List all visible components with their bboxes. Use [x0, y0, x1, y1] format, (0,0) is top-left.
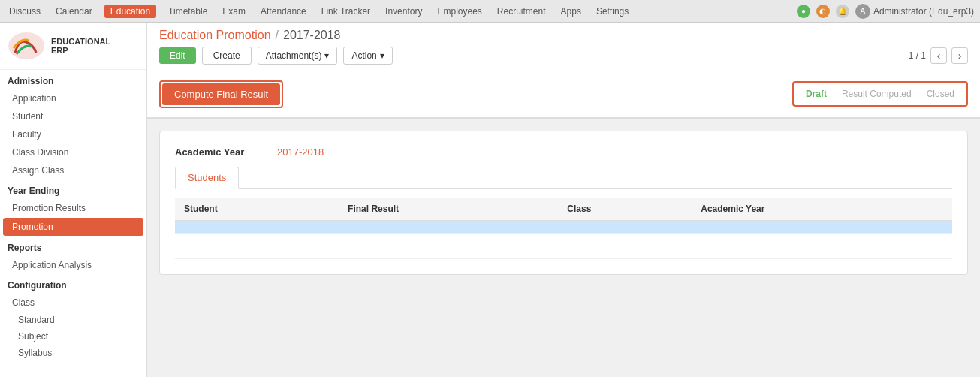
academic-year-label: Academic Year — [175, 146, 265, 158]
nav-attendance[interactable]: Attendance — [258, 6, 309, 17]
sidebar-item-student[interactable]: Student — [0, 107, 146, 125]
action-button[interactable]: Action ▾ — [343, 47, 392, 65]
cell-student — [175, 246, 339, 259]
main-content: Education Promotion / 2017-2018 Edit Cre… — [147, 23, 980, 377]
logo-icon — [8, 32, 45, 60]
compute-final-result-button[interactable]: Compute Final Result — [162, 83, 280, 105]
nav-linktracker[interactable]: Link Tracker — [318, 6, 373, 17]
main-header-wrapper: Education Promotion / 2017-2018 Edit Cre… — [147, 23, 980, 119]
admin-avatar: A — [855, 4, 870, 19]
cell-final-result — [339, 234, 558, 246]
status-result-computed[interactable]: Result Computed — [842, 89, 912, 99]
logo-text: EDUCATIONAL ERP — [51, 37, 110, 55]
create-button[interactable]: Create — [202, 47, 252, 65]
nav-apps[interactable]: Apps — [558, 6, 584, 17]
nav-recruitment[interactable]: Recruitment — [494, 6, 549, 17]
nav-education[interactable]: Education — [104, 5, 156, 18]
sidebar-item-class[interactable]: Class — [0, 294, 146, 312]
section-configuration: Configuration — [0, 274, 146, 294]
top-navigation: Discuss Calendar Education Timetable Exa… — [0, 0, 980, 23]
sidebar-item-syllabus[interactable]: Syllabus — [0, 345, 146, 361]
sidebar-logo: EDUCATIONAL ERP — [0, 23, 146, 70]
cell-academic-year — [692, 234, 952, 246]
sidebar-item-subject[interactable]: Subject — [0, 328, 146, 345]
sidebar-item-promotion-results[interactable]: Promotion Results — [0, 199, 146, 217]
breadcrumb-current: 2017-2018 — [283, 29, 341, 42]
nav-timetable[interactable]: Timetable — [165, 6, 210, 17]
cell-final-result — [339, 221, 558, 234]
sidebar-item-standard[interactable]: Standard — [0, 312, 146, 328]
main-header: Education Promotion / 2017-2018 Edit Cre… — [147, 23, 980, 71]
cell-class — [558, 221, 692, 234]
sidebar-item-application-analysis[interactable]: Application Analysis — [0, 256, 146, 274]
status-bar: Draft Result Computed Closed — [792, 81, 968, 107]
sidebar-item-promotion[interactable]: Promotion — [3, 218, 143, 236]
sidebar-item-faculty[interactable]: Faculty — [0, 125, 146, 143]
nav-calendar[interactable]: Calendar — [53, 6, 95, 17]
status-closed[interactable]: Closed — [927, 89, 954, 99]
table-row[interactable] — [175, 221, 952, 234]
tabs: Students — [175, 167, 952, 188]
notification-icon[interactable]: 🔔 — [836, 5, 849, 18]
breadcrumb-sep: / — [276, 29, 279, 42]
next-button[interactable]: › — [951, 47, 968, 64]
cell-class — [558, 234, 692, 246]
col-class: Class — [558, 198, 692, 221]
status-icon-green: ● — [797, 5, 810, 18]
table-row[interactable] — [175, 234, 952, 246]
attachment-button[interactable]: Attachment(s) ▾ — [258, 47, 338, 65]
cell-class — [558, 246, 692, 259]
sidebar-item-assign-class[interactable]: Assign Class — [0, 161, 146, 179]
toolbar-right: 1 / 1 ‹ › — [909, 47, 968, 64]
section-year-ending: Year Ending — [0, 179, 146, 199]
main-layout: EDUCATIONAL ERP Admission Application St… — [0, 23, 980, 377]
compute-box: Compute Final Result — [159, 80, 283, 108]
status-icon-orange: ◐ — [816, 5, 830, 18]
cell-student — [175, 221, 339, 234]
col-final-result: Final Result — [339, 198, 558, 221]
cell-academic-year — [692, 246, 952, 259]
edit-button[interactable]: Edit — [159, 47, 196, 64]
col-student: Student — [175, 198, 339, 221]
breadcrumb-link[interactable]: Education Promotion — [159, 29, 271, 42]
section-reports: Reports — [0, 237, 146, 256]
breadcrumb: Education Promotion / 2017-2018 — [159, 29, 968, 42]
status-draft[interactable]: Draft — [806, 89, 827, 99]
cell-academic-year — [692, 221, 952, 234]
cell-final-result — [339, 246, 558, 259]
nav-discuss[interactable]: Discuss — [6, 6, 44, 17]
section-admission: Admission — [0, 70, 146, 89]
admin-label: Administrator (Edu_erp3) — [873, 6, 974, 17]
sidebar-item-application[interactable]: Application — [0, 89, 146, 107]
form-area: Academic Year 2017-2018 Students Student… — [159, 131, 968, 275]
tab-students[interactable]: Students — [175, 167, 239, 188]
academic-year-value: 2017-2018 — [277, 146, 324, 158]
students-table: Student Final Result Class Academic Year — [175, 198, 952, 259]
action-dropdown-icon: ▾ — [380, 50, 384, 61]
sidebar-item-class-division[interactable]: Class Division — [0, 143, 146, 161]
prev-button[interactable]: ‹ — [930, 47, 947, 64]
nav-exam[interactable]: Exam — [219, 6, 249, 17]
academic-year-row: Academic Year 2017-2018 — [175, 146, 952, 158]
page-info: 1 / 1 — [909, 50, 926, 61]
table-row[interactable] — [175, 246, 952, 259]
attachment-dropdown-icon: ▾ — [324, 50, 329, 61]
nav-settings[interactable]: Settings — [593, 6, 632, 17]
admin-badge: A Administrator (Edu_erp3) — [855, 4, 974, 19]
sidebar: EDUCATIONAL ERP Admission Application St… — [0, 23, 147, 377]
nav-employees[interactable]: Employees — [434, 6, 484, 17]
top-nav-right: ● ◐ 🔔 A Administrator (Edu_erp3) — [797, 4, 974, 19]
cell-student — [175, 234, 339, 246]
nav-inventory[interactable]: Inventory — [382, 6, 425, 17]
toolbar: Edit Create Attachment(s) ▾ Action ▾ 1 /… — [159, 47, 968, 65]
col-academic-year: Academic Year — [692, 198, 952, 221]
